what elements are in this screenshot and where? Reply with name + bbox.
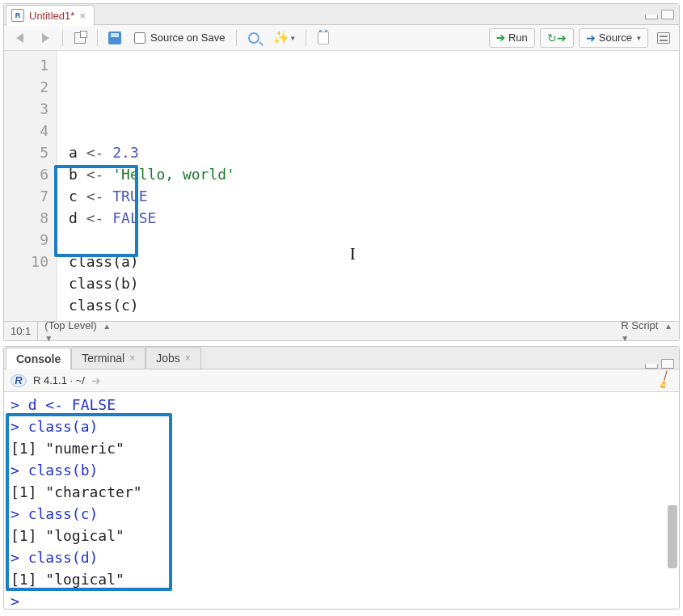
tab-terminal[interactable]: Terminal ×	[71, 347, 145, 369]
editor-body[interactable]: 12345678910 I a <- 2.3b <- 'Hello, world…	[4, 51, 679, 321]
line-number: 1	[4, 54, 48, 76]
run-arrow-icon: ➔	[496, 32, 505, 44]
save-button[interactable]	[104, 28, 125, 48]
console-output-line: [1] "numeric"	[11, 437, 676, 459]
source-on-save-toggle[interactable]: Source on Save	[130, 28, 230, 48]
show-in-new-window-button[interactable]	[70, 28, 91, 48]
wand-icon: ✨	[273, 30, 289, 45]
line-number-gutter: 12345678910	[4, 51, 57, 321]
source-arrow-icon: ➔	[586, 32, 596, 44]
pane-window-controls	[645, 10, 679, 19]
line-number: 2	[4, 76, 48, 98]
code-line[interactable]: class(c)	[69, 294, 679, 316]
line-number: 7	[4, 185, 48, 207]
close-icon[interactable]: ×	[185, 352, 191, 364]
line-number: 6	[4, 163, 48, 185]
console-input-line: > class(b)	[11, 459, 676, 481]
r-version-label: R 4.1.1 · ~/	[33, 374, 85, 386]
chevron-left-icon	[16, 33, 23, 43]
notebook-icon	[318, 32, 329, 44]
console-input-line: > class(d)	[11, 546, 676, 568]
nav-back-button[interactable]	[9, 28, 30, 48]
source-tab-row: R Untitled1* ×	[4, 4, 679, 25]
console-output-line: [1] "logical"	[11, 568, 676, 590]
console-input-line: > d <- FALSE	[11, 394, 676, 416]
wd-forward-icon[interactable]: ➜	[91, 374, 101, 387]
code-line[interactable]: a <- 2.3	[69, 141, 679, 163]
code-line[interactable]	[69, 229, 679, 251]
search-icon	[248, 32, 259, 44]
maximize-pane-icon[interactable]	[661, 10, 674, 19]
document-outline-button[interactable]	[653, 28, 674, 48]
source-on-save-label: Source on Save	[150, 32, 226, 44]
code-line[interactable]: class(b)	[69, 272, 679, 294]
code-line[interactable]: d <- FALSE	[69, 207, 679, 229]
tab-console[interactable]: Console	[6, 348, 71, 369]
nav-forward-button[interactable]	[35, 28, 56, 48]
file-name: Untitled1*	[29, 10, 74, 22]
minimize-pane-icon[interactable]	[645, 15, 658, 19]
console-input-line: > class(c)	[11, 503, 676, 525]
text-cursor-icon: I	[350, 243, 356, 265]
line-number: 3	[4, 98, 48, 120]
rerun-icon: ↻➔	[547, 32, 567, 44]
r-logo-icon: R	[11, 374, 27, 387]
console-info-bar: R R 4.1.1 · ~/ ➜ 🧹	[4, 369, 679, 392]
compile-report-button[interactable]	[313, 28, 334, 48]
close-icon[interactable]: ×	[79, 10, 86, 22]
outline-icon	[657, 32, 670, 44]
line-number: 5	[4, 141, 48, 163]
file-type-selector[interactable]: R Script ▲▼	[621, 319, 672, 344]
scrollbar-thumb[interactable]	[668, 505, 677, 568]
tab-console-label: Console	[16, 352, 61, 365]
console-output[interactable]: > d <- FALSE> class(a)[1] "numeric"> cla…	[4, 392, 679, 609]
console-output-line: [1] "character"	[11, 481, 676, 503]
line-number: 9	[4, 229, 48, 251]
checkbox-icon	[134, 32, 145, 44]
tab-terminal-label: Terminal	[82, 352, 124, 365]
source-button[interactable]: ➔ Source ▾	[579, 28, 648, 48]
source-label: Source	[599, 32, 632, 44]
console-input-line: > class(a)	[11, 416, 676, 437]
minimize-pane-icon[interactable]	[645, 364, 658, 369]
popout-icon	[74, 32, 86, 44]
pane-window-controls	[645, 359, 679, 369]
code-line[interactable]: class(d)	[69, 316, 679, 321]
code-tools-button[interactable]: ✨▾	[269, 28, 299, 48]
console-input-line: >	[11, 590, 676, 609]
tab-jobs[interactable]: Jobs ×	[145, 347, 201, 369]
source-pane: R Untitled1* × Source on Save ✨▾ ➔ Run	[3, 3, 680, 341]
console-tab-row: Console Terminal × Jobs ×	[4, 347, 679, 369]
code-line[interactable]: class(a)	[69, 251, 679, 272]
chevron-down-icon: ▾	[637, 34, 641, 42]
console-output-line: [1] "logical"	[11, 525, 676, 546]
tab-jobs-label: Jobs	[156, 352, 180, 365]
chevron-right-icon	[42, 33, 49, 43]
file-tab[interactable]: R Untitled1* ×	[6, 5, 95, 26]
chevron-down-icon: ▾	[291, 34, 295, 42]
source-status-bar: 10:1 (Top Level) ▲▼ R Script ▲▼	[4, 321, 679, 340]
rerun-button[interactable]: ↻➔	[540, 28, 574, 48]
close-icon[interactable]: ×	[129, 352, 135, 364]
scope-selector[interactable]: (Top Level) ▲▼	[44, 319, 111, 344]
source-toolbar: Source on Save ✨▾ ➔ Run ↻➔ ➔ Source ▾	[4, 25, 679, 51]
line-number: 10	[4, 251, 48, 272]
maximize-pane-icon[interactable]	[661, 359, 674, 369]
console-pane: Console Terminal × Jobs × R R 4.1.1 · ~/…	[3, 346, 680, 610]
code-area[interactable]: I a <- 2.3b <- 'Hello, world'c <- TRUEd …	[57, 51, 679, 321]
find-replace-button[interactable]	[243, 28, 264, 48]
line-number: 4	[4, 120, 48, 141]
cursor-position: 10:1	[11, 325, 31, 337]
run-button[interactable]: ➔ Run	[489, 28, 535, 48]
code-line[interactable]: b <- 'Hello, world'	[69, 163, 679, 185]
r-file-icon: R	[11, 9, 24, 22]
line-number: 8	[4, 207, 48, 229]
clear-console-icon[interactable]: 🧹	[654, 369, 676, 390]
code-line[interactable]: c <- TRUE	[69, 185, 679, 207]
run-label: Run	[508, 32, 528, 44]
disk-icon	[108, 32, 121, 44]
